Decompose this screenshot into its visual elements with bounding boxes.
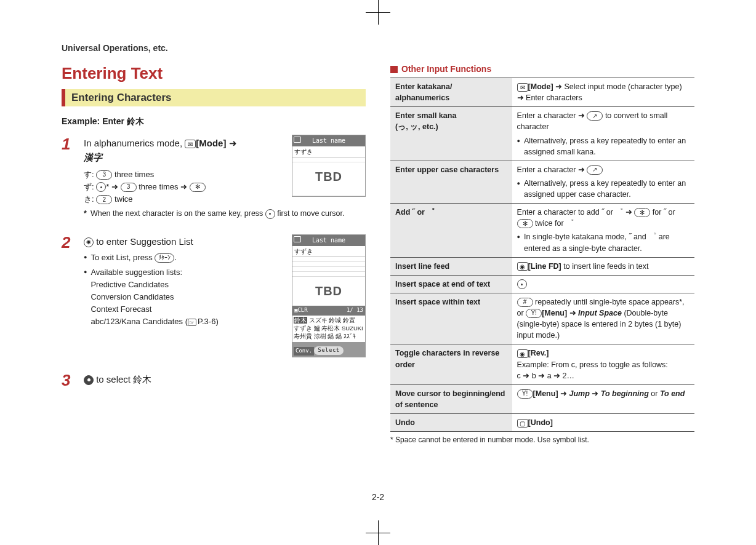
page-body: Universal Operations, etc. Entering Text…	[62, 43, 694, 502]
kanji-label: 漢字	[84, 152, 102, 162]
example-sequence: c ➜ b ➜ a ➜ 2…	[517, 372, 574, 380]
screen-input: すずき	[292, 146, 365, 158]
row-label: Toggle characters in reverse order	[390, 344, 512, 384]
row-desc: # repeatedly until single-byte space app…	[512, 293, 694, 344]
candidate-row: すずき 鱸 寿松木 SUZUKI	[294, 325, 364, 333]
text: to insert line feeds in text	[561, 262, 649, 271]
step-1-body: Last name すずき TBD In alphanumerics mode,…	[84, 136, 366, 220]
candidate-row: 寿州貴 涼樹 錫 錫 ｽｽﾞｷ	[294, 333, 364, 341]
nav-key-icon	[517, 279, 527, 289]
menu-label: [Menu]	[542, 309, 567, 317]
step-number: 2	[62, 234, 76, 357]
list-item-suffix: P.3-6)	[198, 317, 219, 326]
step1-note: When the next character is on the same k…	[84, 208, 366, 220]
row-label: Insert space at end of text	[390, 275, 512, 293]
table-row: Insert space within text # repeatedly un…	[390, 293, 694, 344]
star-key-icon: ✻	[634, 208, 650, 217]
step-3: 3 to select 鈴木	[62, 372, 366, 388]
screen-tbd: TBD	[292, 277, 365, 306]
table-row: Toggle characters in reverse order ◉[Rev…	[390, 344, 694, 384]
row-label: Enter small kana (っ, ッ, etc.)	[390, 107, 512, 161]
text: Enter a character ➜	[517, 165, 587, 174]
example-label: Example: From c, press to toggle as foll…	[517, 360, 668, 369]
left-column: Entering Text Entering Characters Exampl…	[62, 64, 366, 480]
select-label: Select	[314, 346, 344, 355]
phone-screen-b: Last name すずき TBD ▣CLR 1/ 13 鈴木 スズキ 鈴城 鈴…	[292, 234, 366, 357]
row-label: Move cursor to beginning/end of sentence	[390, 384, 512, 413]
mode-label: [Mode]	[196, 138, 226, 148]
text: twice	[115, 194, 133, 204]
text: for ˝ or	[650, 208, 675, 217]
table-row: Enter katakana/ alphanumerics ✉[Mode] ➜ …	[390, 78, 694, 107]
bullet: In single-byte katakana mode, ˝ and ゜ ar…	[517, 231, 690, 253]
key-star: ✻	[190, 183, 206, 192]
row-label: Enter upper case characters	[390, 161, 512, 203]
function-table: Enter katakana/ alphanumerics ✉[Mode] ➜ …	[390, 78, 694, 432]
columns: Entering Text Entering Characters Exampl…	[62, 64, 694, 480]
list-item: Predictive Candidates	[90, 280, 168, 289]
list-item: Context Forecast	[90, 304, 151, 314]
call-key-icon: ↗	[587, 111, 603, 121]
row-desc: Enter a character to add ˝ or ゜ ➜ ✻ for …	[512, 204, 694, 258]
example-label: Example: Enter 鈴木	[62, 116, 366, 127]
step-2: 2 Last name すずき TBD ▣CLR 1/ 13 鈴木 スズキ 鈴	[62, 234, 366, 357]
square-bullet-icon	[390, 66, 398, 73]
text: In alphanumerics mode,	[84, 138, 185, 148]
step-3-body: to select 鈴木	[84, 372, 366, 388]
row-label: Undo	[390, 414, 512, 432]
bullet: Alternatively, press a key repeatedly to…	[517, 178, 690, 200]
row-label: Enter katakana/ alphanumerics	[390, 78, 512, 107]
mail-icon: ✉	[185, 140, 196, 148]
row-label: Insert line feed	[390, 257, 512, 275]
step-1: 1 Last name すずき TBD In alphanumerics mod…	[62, 136, 366, 220]
row-desc: ◉[Rev.] Example: From c, press to toggle…	[512, 344, 694, 384]
row-desc: Enter a character ➜ ↗ Alternatively, pre…	[512, 161, 694, 203]
asterisk: *	[106, 182, 109, 191]
rev-label: [Rev.]	[528, 349, 549, 357]
key-3: 3	[96, 170, 112, 180]
table-row: Enter upper case characters Enter a char…	[390, 161, 694, 203]
y-key-icon: Y!	[517, 389, 533, 399]
row-label: Add ˝ or ゜	[390, 204, 512, 258]
screen-input: すずき	[292, 246, 365, 258]
arrow-icon: ➜	[111, 182, 121, 191]
center-key-icon	[84, 375, 94, 385]
list-item: Conversion Candidates	[90, 292, 174, 301]
page-title: Entering Text	[62, 64, 366, 83]
page-number: 2-2	[62, 492, 694, 502]
char-label: す:	[84, 170, 94, 179]
arrow-icon: ➜	[590, 389, 601, 398]
note-tail: first to move cursor.	[277, 209, 344, 218]
step-number: 1	[62, 136, 76, 220]
row-label: Insert space within text	[390, 293, 512, 344]
table-row: Undo ▢[Undo]	[390, 414, 694, 432]
arrow-icon: ➜	[229, 138, 237, 148]
text: Alternatively, press a key repeatedly to…	[524, 135, 690, 157]
text: Enter a character to add ˝ or ゜ ➜	[517, 208, 635, 217]
text: Enter a character ➜	[517, 111, 587, 120]
candidate-list: 鈴木 スズキ 鈴城 鈴置 すずき 鱸 寿松木 SUZUKI 寿州貴 涼樹 錫 錫…	[292, 316, 365, 341]
heading-text: Other Input Functions	[401, 64, 491, 74]
screen-title: Last name	[292, 235, 365, 246]
call-key-icon: ↗	[587, 165, 603, 175]
or-text: or	[649, 389, 660, 398]
row-desc: ◉[Line FD] to insert line feeds in text	[512, 257, 694, 275]
row-desc: Enter a character ➜ ↗ to convert to smal…	[512, 107, 694, 161]
phone-screen-a: Last name すずき TBD	[292, 135, 366, 197]
period: .	[174, 253, 177, 262]
list-item-prefix: abc/123/Kana Candidates (	[90, 317, 188, 326]
right-column: Other Input Functions Enter katakana/ al…	[390, 64, 694, 480]
status-right: 1/ 13	[347, 306, 363, 315]
nav-key-icon	[96, 182, 106, 192]
table-row: Move cursor to beginning/end of sentence…	[390, 384, 694, 413]
other-functions-heading: Other Input Functions	[390, 64, 694, 74]
tv-key-icon: ▢	[517, 419, 528, 428]
screen-title: Last name	[292, 135, 365, 146]
table-row: Add ˝ or ゜ Enter a character to add ˝ or…	[390, 204, 694, 258]
input-space-label: Input Space	[578, 309, 622, 317]
screen-tbd: TBD	[292, 162, 365, 191]
step-2-body: Last name すずき TBD ▣CLR 1/ 13 鈴木 スズキ 鈴城 鈴…	[84, 234, 366, 357]
down-key-icon: ◉	[84, 237, 94, 247]
jump-label: Jump	[569, 389, 590, 398]
hand-icon	[188, 319, 196, 326]
